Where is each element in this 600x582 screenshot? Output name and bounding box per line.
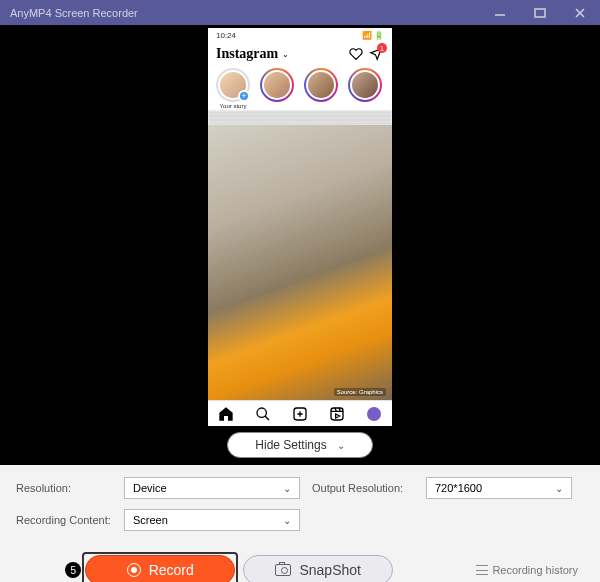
messages-icon[interactable]: 1 <box>368 46 384 62</box>
add-post-icon[interactable] <box>291 405 309 423</box>
your-story[interactable]: + Your story <box>214 68 252 109</box>
app-title: AnyMP4 Screen Recorder <box>10 7 138 19</box>
post-image[interactable]: Source: Graphics <box>208 125 392 400</box>
chevron-down-icon: ⌄ <box>283 483 291 494</box>
instagram-header: Instagram ⌄ 1 <box>208 42 392 66</box>
title-bar: AnyMP4 Screen Recorder <box>0 0 600 25</box>
step-number-badge: 5 <box>65 562 81 578</box>
action-bar: 5 Record SnapShot Recording history <box>0 551 600 582</box>
record-dot-icon <box>127 563 141 577</box>
camera-icon <box>275 564 291 576</box>
story-item[interactable] <box>346 68 384 109</box>
chevron-down-icon: ⌄ <box>282 50 289 59</box>
output-resolution-select[interactable]: 720*1600 ⌄ <box>426 477 572 499</box>
snapshot-button[interactable]: SnapShot <box>243 555 393 582</box>
status-time: 10:24 <box>216 31 360 40</box>
search-icon[interactable] <box>254 405 272 423</box>
status-icons: 📶🔋 <box>360 31 384 40</box>
svg-rect-0 <box>535 9 545 17</box>
recording-content-select[interactable]: Screen ⌄ <box>124 509 300 531</box>
chevron-down-icon: ⌄ <box>555 483 563 494</box>
dm-badge: 1 <box>377 43 387 53</box>
record-button[interactable]: Record <box>85 555 235 582</box>
svg-point-1 <box>257 408 266 417</box>
post-header-blurred <box>208 111 392 125</box>
close-button[interactable] <box>560 0 600 25</box>
hide-settings-button[interactable]: Hide Settings ⌄ <box>227 432 373 458</box>
list-icon <box>476 565 488 575</box>
output-resolution-label: Output Resolution: <box>308 482 418 494</box>
resolution-label: Resolution: <box>16 482 116 494</box>
maximize-button[interactable] <box>520 0 560 25</box>
add-story-plus-icon: + <box>238 90 250 102</box>
story-item[interactable] <box>302 68 340 109</box>
story-item[interactable] <box>258 68 296 109</box>
recording-content-label: Recording Content: <box>16 514 116 526</box>
profile-icon[interactable] <box>365 405 383 423</box>
chevron-down-icon: ⌄ <box>283 515 291 526</box>
phone-preview: 10:24 📶🔋 Instagram ⌄ 1 + Your story <box>208 28 392 426</box>
bottom-nav <box>208 400 392 426</box>
minimize-button[interactable] <box>480 0 520 25</box>
phone-status-bar: 10:24 📶🔋 <box>208 28 392 42</box>
settings-panel: Resolution: Device ⌄ Output Resolution: … <box>0 465 600 551</box>
home-icon[interactable] <box>217 405 235 423</box>
chevron-down-icon: ⌄ <box>337 440 345 451</box>
stories-row[interactable]: + Your story <box>208 66 392 111</box>
preview-workspace: 10:24 📶🔋 Instagram ⌄ 1 + Your story <box>0 25 600 465</box>
watermark: Source: Graphics <box>334 388 386 396</box>
resolution-select[interactable]: Device ⌄ <box>124 477 300 499</box>
instagram-logo: Instagram <box>216 46 278 62</box>
reels-icon[interactable] <box>328 405 346 423</box>
activity-heart-icon[interactable] <box>348 46 364 62</box>
recording-history-link[interactable]: Recording history <box>470 560 584 580</box>
